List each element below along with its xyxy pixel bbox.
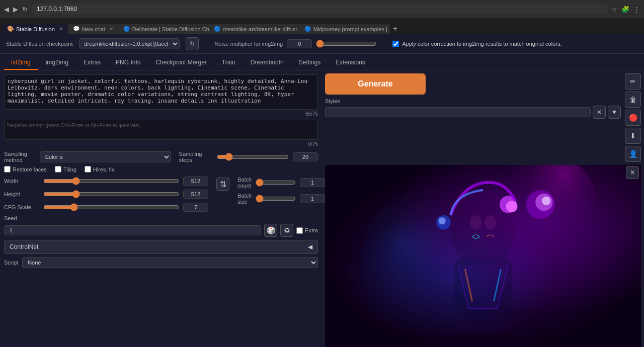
checkpoint-select[interactable]: dreamlike-diffusion-1.0.ckpt [0aecbcfa2c… [79, 38, 180, 49]
browser-chrome: ◀ ▶ ↻ 127.0.0.1:7860 ☆ 🧩 ⋮ 🎨 Stable Diff… [0, 0, 644, 34]
tab-settings[interactable]: Settings [292, 56, 328, 70]
trash-button[interactable]: 🗑 [625, 92, 641, 108]
user-button[interactable]: 👤 [625, 146, 641, 162]
script-section: Script None [4, 257, 318, 268]
negative-counter: 0/75 [4, 141, 318, 147]
refresh-checkpoint-button[interactable]: ↻ [186, 37, 199, 50]
tab-deliberate[interactable]: 🔵 Deliberate | Stable Diffusion Che... ✕ [118, 24, 209, 34]
styles-input[interactable] [325, 107, 591, 117]
styles-label: Styles [325, 98, 340, 104]
batch-size-input[interactable] [300, 194, 325, 203]
main-tabs: txt2img img2img Extras PNG Info Checkpoi… [0, 54, 644, 70]
tab-checkpoint-merger[interactable]: Checkpoint Merger [148, 56, 213, 70]
seed-input[interactable] [4, 225, 261, 235]
extensions-icon[interactable]: 🧩 [621, 6, 629, 13]
tab-dreamlike[interactable]: 🔵 dreamlike-art/dreamlike-diffusi... ✕ [209, 24, 299, 34]
width-slider[interactable] [43, 177, 179, 185]
tab-img2img[interactable]: img2img [39, 56, 75, 70]
reload-icon[interactable]: ↻ [22, 6, 28, 13]
tab-stable-diffusion[interactable]: 🎨 Stable Diffusion ✕ [2, 24, 68, 34]
tab-train[interactable]: Train [215, 56, 243, 70]
extra-seed-input[interactable] [296, 227, 303, 234]
controlnet-accordion[interactable]: ControlNet ◀ [4, 240, 318, 254]
tab-icon: 🔵 [304, 26, 311, 32]
steps-input[interactable] [293, 152, 318, 161]
forward-icon[interactable]: ▶ [13, 6, 18, 13]
svg-point-7 [500, 196, 517, 213]
script-select[interactable]: None [22, 257, 318, 268]
svg-rect-4 [454, 258, 512, 330]
svg-rect-0 [325, 165, 641, 347]
dimensions-section: Width Height CFG Scale [4, 176, 318, 212]
back-icon[interactable]: ◀ [4, 6, 9, 13]
tab-icon: 🎨 [7, 26, 14, 32]
batch-size-slider[interactable] [256, 195, 296, 203]
seed-label: Seed [4, 215, 17, 221]
swap-dimensions-button[interactable]: ⇅ [216, 178, 229, 191]
tiling-input[interactable] [55, 166, 61, 172]
tab-label: Midjourney prompt examples |... [313, 26, 390, 32]
pencil-button[interactable]: ✏ [625, 73, 641, 90]
close-image-button[interactable]: ✕ [626, 166, 639, 179]
dice-button[interactable]: 🎲 [264, 224, 277, 237]
browser-actions: ☆ 🧩 ⋮ [611, 6, 640, 13]
extra-seed-checkbox[interactable]: Extra [296, 227, 318, 234]
main-layout: 65/75 Negative prompt (press Ctrl+Enter … [0, 70, 644, 347]
batch-size-label: Batch size [237, 193, 252, 205]
tab-extras[interactable]: Extras [76, 56, 108, 70]
styles-add-button[interactable]: ▼ [608, 106, 621, 119]
generate-button[interactable]: Generate [325, 73, 426, 95]
noise-input[interactable] [287, 39, 312, 48]
styles-clear-button[interactable]: ✕ [593, 106, 606, 119]
browser-tabs: 🎨 Stable Diffusion ✕ 💬 New chat ✕ 🔵 Deli… [0, 18, 644, 34]
chevron-icon: ◀ [308, 243, 312, 250]
tiling-checkbox[interactable]: Tiling [55, 166, 76, 172]
controlnet-label: ControlNet [10, 243, 38, 250]
height-input[interactable] [183, 190, 208, 199]
new-tab-button[interactable]: + [390, 23, 400, 34]
tab-new-chat[interactable]: 💬 New chat ✕ [68, 24, 118, 34]
palette-button[interactable]: 🔴 [625, 110, 641, 126]
menu-icon[interactable]: ⋮ [633, 6, 640, 13]
steps-label: Sampling steps [179, 151, 213, 163]
download-button[interactable]: ⬇ [625, 128, 641, 144]
app-header: Stable Diffusion checkpoint dreamlike-di… [0, 34, 644, 54]
noise-label: Noise multiplier for img2img [215, 41, 283, 47]
cfg-input[interactable] [183, 203, 208, 212]
tab-dreambooth[interactable]: Dreambooth [244, 56, 291, 70]
tab-txt2img[interactable]: txt2img [4, 56, 38, 70]
width-input[interactable] [183, 177, 208, 186]
hires-fix-input[interactable] [85, 166, 91, 172]
seed-section: Seed 🎲 ♻ Extra [4, 215, 318, 237]
restore-faces-input[interactable] [4, 166, 11, 172]
height-slider[interactable] [43, 190, 179, 198]
svg-point-1 [483, 165, 598, 266]
restore-faces-checkbox[interactable]: Restore faces [4, 166, 47, 172]
svg-point-9 [526, 190, 555, 219]
cfg-slider[interactable] [43, 203, 179, 211]
bookmark-icon[interactable]: ☆ [611, 6, 617, 13]
sampling-method-label: Sampling method [4, 151, 36, 163]
sampling-method-select[interactable]: Euler a [40, 151, 171, 162]
batch-count-slider[interactable] [256, 179, 296, 187]
image-svg [325, 165, 641, 347]
tab-icon: 🔵 [214, 26, 221, 32]
checkbox-row: Restore faces Tiling Hires. fix [4, 166, 318, 172]
recycle-seed-button[interactable]: ♻ [280, 224, 293, 237]
prompt-section: 65/75 [4, 74, 318, 117]
steps-slider[interactable] [217, 153, 289, 161]
tab-icon: 💬 [73, 26, 80, 32]
address-bar[interactable]: 127.0.0.1:7860 [31, 4, 608, 15]
tab-close[interactable]: ✕ [59, 26, 63, 32]
noise-slider[interactable] [316, 40, 376, 48]
prompt-input[interactable] [4, 74, 318, 110]
tab-midjourney[interactable]: 🔵 Midjourney prompt examples |... ✕ [299, 24, 390, 34]
hires-fix-checkbox[interactable]: Hires. fix [85, 166, 115, 172]
batch-count-input[interactable] [300, 178, 325, 187]
tab-close[interactable]: ✕ [109, 26, 113, 32]
color-correction-checkbox[interactable] [392, 41, 399, 47]
tab-extensions[interactable]: Extensions [329, 56, 372, 70]
negative-prompt-input[interactable] [4, 120, 318, 140]
tab-png-info[interactable]: PNG Info [109, 56, 147, 70]
tab-icon: 🔵 [123, 26, 130, 32]
